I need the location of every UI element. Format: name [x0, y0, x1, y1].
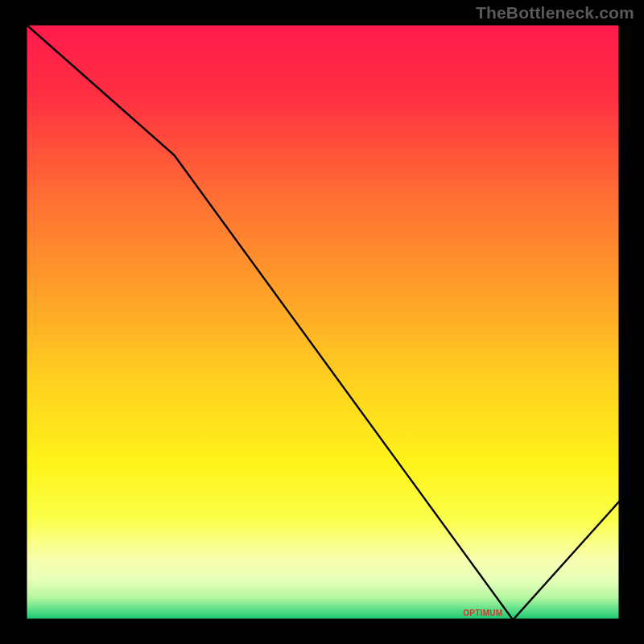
chart-container: TheBottleneck.com OPTIMUM	[0, 0, 644, 644]
chart-svg	[0, 0, 644, 644]
plot-background	[26, 24, 620, 620]
optimum-marker-label: OPTIMUM	[463, 609, 502, 617]
